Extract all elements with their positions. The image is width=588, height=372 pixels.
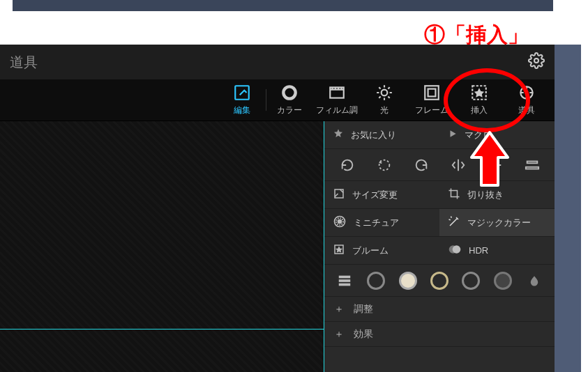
section-effect[interactable]: ＋ 効果 [324,322,555,347]
rotate-cw-icon[interactable] [402,149,439,180]
section-adjust[interactable]: ＋ 調整 [324,297,555,322]
svg-rect-6 [428,89,436,97]
swatch-2[interactable] [392,265,423,296]
main-toolbar: 編集 カラー フィルム調 光 フレーム 挿入 道具 [0,79,555,121]
plus-icon: ＋ [334,303,344,316]
app-window: 道具 編集 カラー フィルム調 光 フレーム [0,45,555,372]
crop-icon [448,187,460,202]
svg-rect-11 [525,166,538,169]
tab-edit-label: 編集 [234,105,250,115]
bloom-icon [333,243,345,258]
swatch-1[interactable] [360,265,391,296]
svg-rect-20 [338,279,350,282]
tab-frame-label: フレーム [415,105,448,115]
tab-tools[interactable]: 道具 [503,84,550,116]
right-window-strip [555,45,581,372]
tab-insert[interactable]: 挿入 [455,84,503,116]
tab-color-label: カラー [277,105,302,115]
flip-vertical-icon[interactable] [476,149,513,180]
droplet-icon[interactable] [519,265,550,296]
panel-crop[interactable]: 切り抜き [439,181,555,208]
section-adjust-label: 調整 [354,303,373,316]
panel-resize-label: サイズ変更 [352,189,398,201]
play-icon [448,129,458,141]
tab-frame[interactable]: フレーム [408,84,455,116]
tab-tools-label: 道具 [518,105,535,115]
titlebar: 道具 [0,45,555,79]
outer-window-strip [13,0,553,11]
perspective-icon[interactable] [513,149,550,180]
panel-crop-label: 切り抜き [467,189,504,201]
guide-vertical [324,121,324,372]
panel-magic-color-label: マジックカラー [467,217,531,229]
panel-hdr[interactable]: HDR [439,237,555,264]
miniature-icon [333,215,347,231]
menu-icon[interactable] [329,265,360,296]
svg-rect-19 [338,275,350,278]
tab-film-label: フィルム調 [316,105,358,115]
swatch-5[interactable] [487,265,518,296]
main-area: お気に入り マクロ サイズ変 [0,121,555,372]
tab-edit[interactable]: 編集 [218,84,266,116]
magic-wand-icon [448,215,460,230]
swatch-4[interactable] [455,265,487,296]
page-title: 道具 [10,53,38,72]
svg-rect-5 [425,86,439,100]
flip-horizontal-icon[interactable] [439,149,476,180]
section-effect-label: 効果 [354,328,373,341]
panel-hdr-label: HDR [469,245,488,256]
rotate-row [324,149,555,181]
resize-icon [333,187,345,202]
panel-macro[interactable]: マクロ [439,121,555,148]
swatch-3[interactable] [423,265,455,296]
svg-point-14 [338,220,342,224]
svg-point-2 [283,86,295,98]
panel-miniature-label: ミニチュア [354,217,399,229]
plus-icon: ＋ [334,328,344,341]
svg-rect-10 [527,161,537,163]
svg-point-4 [382,90,388,96]
guide-horizontal [0,329,324,330]
gear-icon[interactable] [528,52,545,72]
panel-favorites[interactable]: お気に入り [324,121,439,148]
panel-magic-color[interactable]: マジックカラー [439,209,555,236]
panel-favorites-label: お気に入り [351,129,396,141]
canvas[interactable] [0,121,324,372]
panel-resize[interactable]: サイズ変更 [324,181,439,208]
rotate-ccw-icon[interactable] [329,149,365,180]
tab-light[interactable]: 光 [361,84,408,116]
panel-miniature[interactable]: ミニチュア [324,209,439,236]
hdr-icon [448,242,462,258]
swatch-row [324,265,555,297]
side-panel: お気に入り マクロ サイズ変 [324,121,555,372]
tab-insert-label: 挿入 [471,105,488,115]
tab-light-label: 光 [380,105,389,115]
svg-point-18 [453,245,461,254]
svg-rect-21 [338,283,350,286]
tab-film[interactable]: フィルム調 [313,84,361,116]
rotate-ccw-dashed-icon[interactable] [365,149,402,180]
panel-macro-label: マクロ [465,129,492,141]
panel-bloom-label: ブルーム [352,245,389,257]
tab-color[interactable]: カラー [266,84,313,116]
panel-bloom[interactable]: ブルーム [324,237,439,264]
star-icon [333,128,344,141]
svg-point-0 [534,59,538,63]
